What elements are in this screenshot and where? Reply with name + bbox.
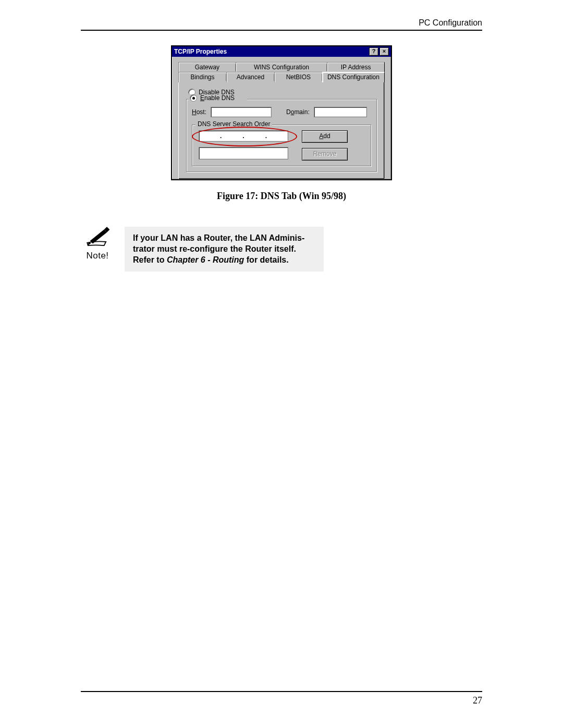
page-footer: 27 — [81, 691, 482, 706]
tab-dns-configuration[interactable]: DNS Configuration — [322, 72, 385, 82]
tab-wins-configuration[interactable]: WINS Configuration — [236, 62, 327, 72]
dialog-tabs: Gateway WINS Configuration IP Address Bi… — [178, 62, 385, 82]
highlight-ellipse-icon — [192, 127, 297, 146]
note-text: If your LAN has a Router, the LAN Admini… — [125, 227, 324, 272]
tab-ip-address[interactable]: IP Address — [327, 62, 385, 72]
tab-netbios[interactable]: NetBIOS — [274, 72, 322, 82]
figure-caption: Figure 17: DNS Tab (Win 95/98) — [81, 191, 482, 202]
tab-bindings[interactable]: Bindings — [178, 72, 226, 82]
figure-block: TCP/IP Properties ? × Gateway WINS Confi… — [81, 45, 482, 202]
dns-tab-panel: Disable DNS Enable DNS Host: Domain: — [178, 82, 385, 179]
domain-label: Domain: — [286, 108, 310, 116]
pen-note-icon — [83, 227, 112, 248]
page-number: 27 — [473, 695, 482, 706]
dns-list[interactable] — [199, 147, 288, 159]
tab-gateway[interactable]: Gateway — [178, 62, 236, 72]
group-label: DNS Server Search Order — [195, 120, 272, 128]
note-icon: Note! — [81, 227, 114, 261]
dns-server-search-order-group: DNS Server Search Order . . . — [192, 125, 371, 166]
host-label: Host: — [192, 108, 206, 116]
host-input[interactable] — [211, 107, 272, 117]
remove-button: Remove — [302, 148, 348, 161]
enable-dns-radio[interactable]: Enable DNS — [189, 94, 247, 102]
help-icon[interactable]: ? — [369, 47, 378, 56]
domain-input[interactable] — [314, 107, 367, 117]
page-header: PC Configuration — [81, 18, 482, 31]
close-icon[interactable]: × — [380, 47, 389, 56]
dialog-titlebar: TCP/IP Properties ? × — [172, 46, 391, 57]
note-block: Note! If your LAN has a Router, the LAN … — [81, 227, 482, 272]
add-button[interactable]: Add — [302, 130, 348, 143]
note-label: Note! — [81, 251, 114, 261]
tab-advanced[interactable]: Advanced — [226, 72, 274, 82]
tcpip-properties-dialog: TCP/IP Properties ? × Gateway WINS Confi… — [171, 45, 392, 180]
dns-ip-input[interactable]: . . . — [199, 130, 288, 142]
dialog-title: TCP/IP Properties — [174, 46, 227, 57]
radio-icon — [190, 94, 197, 102]
